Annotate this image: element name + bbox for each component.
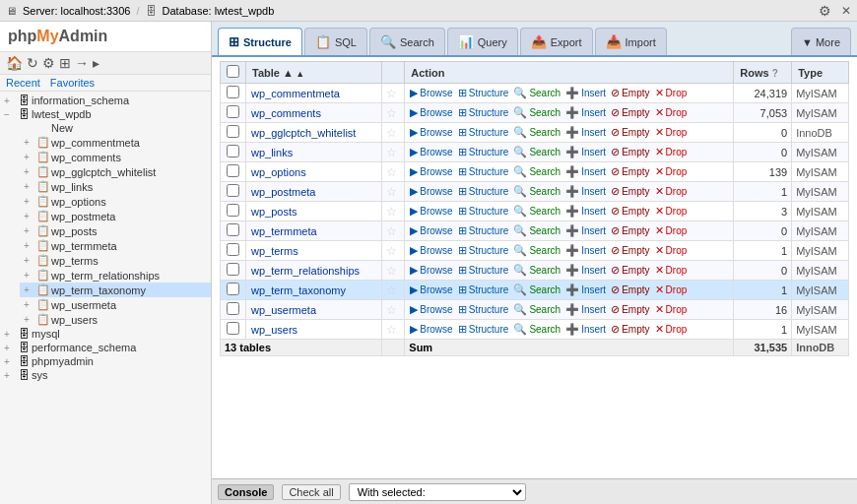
check-all-button[interactable]: Check all [282, 484, 340, 500]
drop-btn-12[interactable]: ✕ Drop [655, 323, 688, 336]
table-item-wp-options[interactable]: + 📋 wp_options [20, 194, 211, 209]
empty-btn-5[interactable]: ⊘ Empty [611, 185, 649, 198]
row-checkbox-4[interactable] [227, 164, 239, 177]
table-item-wp-links[interactable]: + 📋 wp_links [20, 179, 211, 194]
drop-btn-2[interactable]: ✕ Drop [655, 126, 688, 139]
drop-btn-10[interactable]: ✕ Drop [655, 284, 688, 296]
search-btn-6[interactable]: 🔍 Search [513, 205, 560, 218]
empty-btn-9[interactable]: ⊘ Empty [611, 264, 649, 277]
table-new[interactable]: New [20, 121, 211, 135]
star-icon-10[interactable]: ☆ [386, 284, 397, 297]
drop-btn-7[interactable]: ✕ Drop [655, 224, 688, 237]
drop-btn-3[interactable]: ✕ Drop [655, 146, 688, 158]
drop-btn-5[interactable]: ✕ Drop [655, 185, 688, 198]
select-all-checkbox[interactable] [227, 65, 239, 78]
insert-btn-2[interactable]: ➕ Insert [565, 126, 606, 139]
search-btn-3[interactable]: 🔍 Search [513, 146, 560, 158]
star-icon-6[interactable]: ☆ [386, 205, 397, 219]
table-name-link-1[interactable]: wp_comments [251, 107, 321, 119]
home-icon[interactable]: 🏠 [6, 55, 23, 71]
star-icon-3[interactable]: ☆ [386, 146, 397, 159]
search-btn-5[interactable]: 🔍 Search [513, 185, 560, 198]
row-checkbox-5[interactable] [227, 184, 239, 197]
search-btn-7[interactable]: 🔍 Search [513, 224, 560, 237]
row-checkbox-1[interactable] [227, 105, 239, 118]
favorites-link[interactable]: Favorites [50, 77, 95, 89]
tab-more[interactable]: ▼ More [791, 28, 851, 55]
star-icon-12[interactable]: ☆ [386, 323, 397, 337]
structure-btn-12[interactable]: ⊞ Structure [458, 323, 509, 336]
row-checkbox-10[interactable] [227, 283, 239, 295]
empty-btn-6[interactable]: ⊘ Empty [611, 205, 649, 218]
insert-btn-7[interactable]: ➕ Insert [565, 224, 606, 237]
drop-btn-1[interactable]: ✕ Drop [655, 106, 688, 119]
structure-btn-3[interactable]: ⊞ Structure [458, 146, 509, 158]
browse-btn-10[interactable]: ▶ Browse [410, 284, 452, 296]
row-checkbox-6[interactable] [227, 204, 239, 217]
search-btn-8[interactable]: 🔍 Search [513, 244, 560, 257]
empty-btn-12[interactable]: ⊘ Empty [611, 323, 649, 336]
empty-btn-11[interactable]: ⊘ Empty [611, 303, 649, 316]
insert-btn-5[interactable]: ➕ Insert [565, 185, 606, 198]
empty-btn-1[interactable]: ⊘ Empty [611, 106, 649, 119]
insert-btn-12[interactable]: ➕ Insert [565, 323, 606, 336]
table-item-wp-usermeta[interactable]: + 📋 wp_usermeta [20, 297, 211, 312]
db-item-sys[interactable]: + 🗄 sys [0, 368, 211, 382]
insert-btn-4[interactable]: ➕ Insert [565, 165, 606, 178]
settings-icon[interactable]: ⚙ [42, 55, 55, 71]
recent-link[interactable]: Recent [6, 77, 40, 89]
rows-help-icon[interactable]: ? [772, 68, 778, 79]
star-icon-9[interactable]: ☆ [386, 264, 397, 278]
with-selected-select[interactable]: With selected: [349, 483, 526, 501]
table-item-wp-terms[interactable]: + 📋 wp_terms [20, 253, 211, 268]
browse-btn-1[interactable]: ▶ Browse [410, 106, 452, 119]
tab-export[interactable]: 📤 Export [520, 28, 593, 55]
empty-btn-10[interactable]: ⊘ Empty [611, 284, 649, 296]
table-item-wp-commentmeta[interactable]: + 📋 wp_commentmeta [20, 135, 211, 150]
table-item-wp-users[interactable]: + 📋 wp_users [20, 312, 211, 327]
browse-btn-7[interactable]: ▶ Browse [410, 224, 452, 237]
structure-btn-4[interactable]: ⊞ Structure [458, 165, 509, 178]
drop-btn-8[interactable]: ✕ Drop [655, 244, 688, 257]
table-item-wp-comments[interactable]: + 📋 wp_comments [20, 150, 211, 164]
drop-btn-9[interactable]: ✕ Drop [655, 264, 688, 277]
insert-btn-11[interactable]: ➕ Insert [565, 303, 606, 316]
search-btn-9[interactable]: 🔍 Search [513, 264, 560, 277]
star-icon-5[interactable]: ☆ [386, 185, 397, 199]
browse-btn-2[interactable]: ▶ Browse [410, 126, 452, 139]
db-item-performance-schema[interactable]: + 🗄 performance_schema [0, 341, 211, 354]
browse-btn-12[interactable]: ▶ Browse [410, 323, 452, 336]
browse-btn-5[interactable]: ▶ Browse [410, 185, 452, 198]
star-icon-8[interactable]: ☆ [386, 244, 397, 258]
search-btn-12[interactable]: 🔍 Search [513, 323, 560, 336]
arrow-icon[interactable]: → [75, 55, 89, 71]
browse-btn-8[interactable]: ▶ Browse [410, 244, 452, 257]
refresh-icon[interactable]: ↻ [27, 55, 38, 71]
db-item-phpmyadmin[interactable]: + 🗄 phpmyadmin [0, 354, 211, 368]
row-checkbox-11[interactable] [227, 302, 239, 315]
browse-btn-6[interactable]: ▶ Browse [410, 205, 452, 218]
empty-btn-7[interactable]: ⊘ Empty [611, 224, 649, 237]
tab-import[interactable]: 📥 Import [595, 28, 667, 55]
tab-query[interactable]: 📊 Query [447, 28, 518, 55]
insert-btn-10[interactable]: ➕ Insert [565, 284, 606, 296]
structure-btn-1[interactable]: ⊞ Structure [458, 106, 509, 119]
table-name-link-5[interactable]: wp_postmeta [251, 186, 315, 198]
gear-icon[interactable]: ⚙ [819, 3, 831, 19]
db-item-mysql[interactable]: + 🗄 mysql [0, 327, 211, 341]
table-name-link-0[interactable]: wp_commentmeta [251, 88, 340, 99]
structure-btn-2[interactable]: ⊞ Structure [458, 126, 509, 139]
search-btn-11[interactable]: 🔍 Search [513, 303, 560, 316]
star-icon-2[interactable]: ☆ [386, 126, 397, 140]
table-name-link-8[interactable]: wp_terms [251, 245, 298, 257]
star-icon-1[interactable]: ☆ [386, 106, 397, 120]
drop-btn-11[interactable]: ✕ Drop [655, 303, 688, 316]
row-checkbox-8[interactable] [227, 243, 239, 256]
table-name-link-12[interactable]: wp_users [251, 324, 297, 336]
row-checkbox-0[interactable] [227, 86, 239, 98]
insert-btn-1[interactable]: ➕ Insert [565, 106, 606, 119]
browse-btn-0[interactable]: ▶ Browse [410, 87, 452, 99]
structure-btn-7[interactable]: ⊞ Structure [458, 224, 509, 237]
star-icon-7[interactable]: ☆ [386, 224, 397, 238]
table-name-link-2[interactable]: wp_gglcptch_whitelist [251, 127, 356, 139]
